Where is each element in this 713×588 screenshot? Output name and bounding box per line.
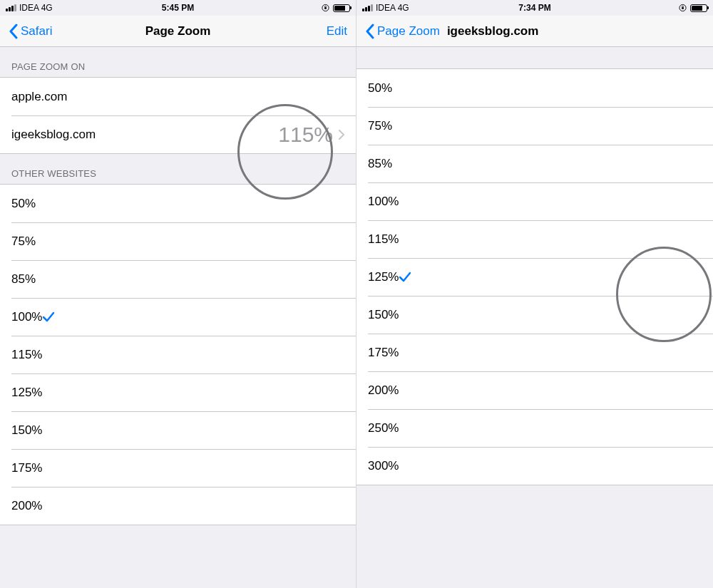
- zoom-option-label: 175%: [11, 461, 42, 475]
- zoom-option[interactable]: 125%: [0, 373, 356, 411]
- site-zoom-value: 115%: [278, 123, 333, 147]
- back-label: Page Zoom: [377, 24, 440, 38]
- checkmark-icon: [42, 311, 55, 323]
- zoom-option[interactable]: 200%: [356, 371, 713, 409]
- zoom-option[interactable]: 150%: [0, 411, 356, 449]
- zoom-option-label: 75%: [368, 119, 392, 133]
- zoom-option-label: 100%: [368, 195, 399, 209]
- zoom-option[interactable]: 150%: [356, 296, 713, 334]
- checkmark-icon: [399, 272, 411, 283]
- zoom-option[interactable]: 175%: [0, 449, 356, 487]
- svg-rect-3: [682, 7, 684, 9]
- zoom-level-list-right: 50%75%85%100%115%125%150%175%200%250%300…: [356, 68, 713, 485]
- zoom-option-label: 115%: [368, 232, 399, 247]
- zoom-option[interactable]: 250%: [356, 409, 713, 447]
- back-button[interactable]: Safari: [9, 24, 52, 39]
- zoom-option-label: 125%: [11, 386, 42, 400]
- zoom-option[interactable]: 75%: [356, 107, 713, 145]
- site-row-igeeksblog[interactable]: igeeksblog.com 115%: [0, 115, 356, 153]
- zoom-option[interactable]: 85%: [0, 260, 356, 298]
- chevron-left-icon: [365, 24, 374, 39]
- phone-left: IDEA 4G 5:45 PM Safari Page Zoom Edit PA…: [0, 0, 356, 588]
- zoom-option[interactable]: 100%: [356, 182, 713, 220]
- zoom-option-label: 125%: [368, 270, 399, 284]
- zoom-option-label: 150%: [11, 423, 42, 438]
- zoom-option-label: 150%: [368, 308, 399, 322]
- zoom-option[interactable]: 50%: [0, 185, 356, 222]
- carrier-label: IDEA 4G: [19, 3, 53, 13]
- zoom-option[interactable]: 115%: [0, 336, 356, 373]
- zoom-option-label: 85%: [11, 272, 36, 287]
- zoom-option-label: 175%: [368, 346, 399, 360]
- zoom-level-list-left: 50%75%85%100%115%125%150%175%200%: [0, 184, 356, 525]
- zoom-option-label: 250%: [368, 421, 399, 435]
- rotation-lock-icon: [322, 4, 329, 12]
- battery-icon: [333, 4, 350, 12]
- page-title: Page Zoom: [145, 24, 211, 38]
- zoom-option-label: 200%: [368, 383, 399, 398]
- zoom-option-label: 200%: [11, 499, 42, 513]
- navigation-bar: Safari Page Zoom Edit: [0, 16, 356, 47]
- chevron-right-icon: [339, 130, 344, 140]
- carrier-label: IDEA 4G: [376, 3, 409, 13]
- back-label: Safari: [21, 24, 52, 38]
- rotation-lock-icon: [679, 4, 687, 12]
- navigation-bar: Page Zoom igeeksblog.com: [356, 16, 713, 47]
- zoom-option-label: 115%: [11, 348, 42, 362]
- signal-icon: [6, 4, 16, 11]
- signal-icon: [362, 4, 373, 11]
- status-time: 7:34 PM: [518, 3, 550, 13]
- chevron-left-icon: [9, 24, 18, 39]
- zoom-option[interactable]: 75%: [0, 222, 356, 260]
- site-label: apple.com: [11, 90, 67, 104]
- edit-button[interactable]: Edit: [327, 24, 347, 38]
- zoom-option[interactable]: 175%: [356, 334, 713, 371]
- svg-rect-1: [324, 7, 327, 9]
- status-bar: IDEA 4G 5:45 PM: [0, 0, 356, 16]
- spacer: [356, 47, 713, 68]
- battery-icon: [690, 4, 707, 12]
- zoom-option-label: 75%: [11, 234, 36, 249]
- section-header-other: OTHER WEBSITES: [0, 154, 356, 184]
- page-title: igeeksblog.com: [447, 24, 538, 38]
- site-row-apple[interactable]: apple.com: [0, 78, 356, 115]
- zoom-option[interactable]: 125%: [356, 258, 713, 296]
- back-button[interactable]: Page Zoom: [365, 24, 440, 39]
- section-header-zoom-on: PAGE ZOOM ON: [0, 47, 356, 77]
- zoom-option[interactable]: 85%: [356, 145, 713, 182]
- zoom-option-label: 50%: [11, 197, 36, 211]
- site-label: igeeksblog.com: [11, 128, 96, 142]
- zoom-option-label: 85%: [368, 157, 392, 171]
- zoom-option-label: 300%: [368, 459, 399, 473]
- zoom-option[interactable]: 200%: [0, 487, 356, 525]
- status-time: 5:45 PM: [162, 3, 194, 13]
- site-list: apple.com igeeksblog.com 115%: [0, 77, 356, 154]
- status-bar: IDEA 4G 7:34 PM: [356, 0, 713, 16]
- zoom-option[interactable]: 115%: [356, 220, 713, 258]
- zoom-option[interactable]: 100%: [0, 298, 356, 336]
- zoom-option-label: 100%: [11, 310, 42, 324]
- zoom-option[interactable]: 300%: [356, 447, 713, 485]
- zoom-option-label: 50%: [368, 81, 392, 96]
- zoom-option[interactable]: 50%: [356, 69, 713, 107]
- phone-right: IDEA 4G 7:34 PM Page Zoom igeeksblog.com…: [356, 0, 713, 588]
